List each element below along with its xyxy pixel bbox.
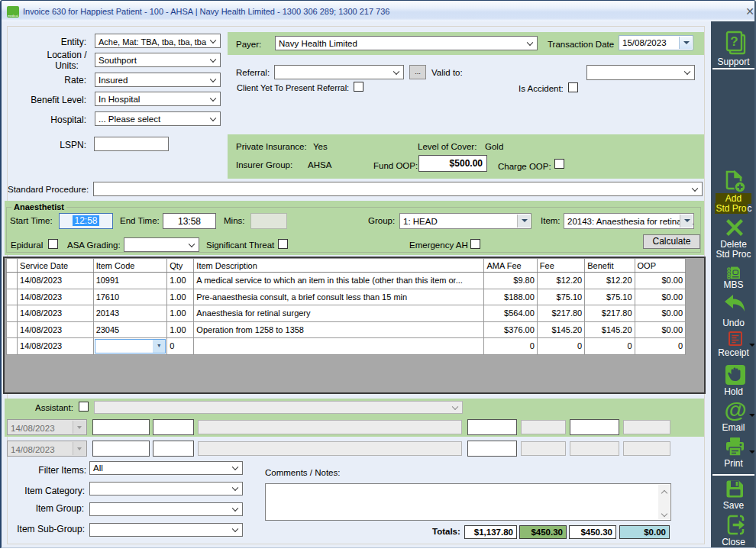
svg-text:@: @ — [725, 400, 746, 421]
svg-text:?: ? — [730, 34, 738, 49]
